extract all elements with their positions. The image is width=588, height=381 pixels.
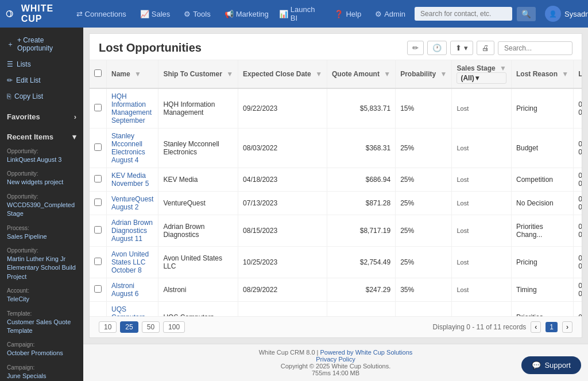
nav-tools[interactable]: ⚙ Tools	[178, 6, 216, 22]
col-quote-amount[interactable]: Quote Amount ▼	[327, 60, 396, 88]
launch-bi-btn[interactable]: 📊 Launch BI	[274, 3, 326, 25]
row-checkbox-4[interactable]	[94, 226, 102, 234]
row-checkbox-3[interactable]	[94, 199, 102, 206]
favorites-section[interactable]: Favorites ›	[0, 109, 83, 125]
display-records-text: Displaying 0 - 11 of 11 records	[433, 323, 527, 331]
sidebar-lists-btn[interactable]: ☰ Lists	[0, 56, 83, 72]
row-ship-to-0: HQH Information Management	[158, 88, 238, 129]
page-size-25[interactable]: 25	[120, 321, 138, 333]
recent-items-header[interactable]: Recent Items ▾	[0, 129, 83, 145]
row-name-3[interactable]: VentureQuest August 2	[107, 192, 158, 215]
row-checkbox-cell-2[interactable]	[90, 168, 107, 192]
name-filter-icon[interactable]: ▼	[134, 70, 141, 78]
page-size-50[interactable]: 50	[142, 321, 160, 333]
col-name[interactable]: Name ▼	[107, 60, 158, 88]
sales-stage-dropdown[interactable]: (All) ▾	[457, 72, 506, 84]
col-ship-to[interactable]: Ship To Customer ▼	[158, 60, 238, 88]
col-probability[interactable]: Probability ▼	[396, 60, 452, 88]
col-lost-reason[interactable]: Lost Reason ▼	[512, 60, 574, 88]
row-last-activity-1: 01/28/2025 01:54 PM	[574, 129, 582, 168]
row-checkbox-cell-7[interactable]	[90, 302, 107, 317]
row-checkbox-cell-0[interactable]	[90, 88, 107, 129]
row-checkbox-cell-4[interactable]	[90, 215, 107, 247]
support-button[interactable]: 💬 Support	[521, 356, 581, 374]
select-all-checkbox-cell[interactable]	[90, 60, 107, 88]
lost-reason-filter-icon[interactable]: ▼	[562, 70, 568, 78]
sales-stage-filter-icon[interactable]: ▼	[500, 64, 506, 72]
row-checkbox-0[interactable]	[94, 104, 102, 111]
privacy-policy-link[interactable]: Privacy Policy	[316, 356, 355, 363]
connections-icon: ⇄	[76, 10, 83, 18]
nav-sales[interactable]: 📈 Sales	[134, 6, 176, 22]
page-size-100[interactable]: 100	[163, 321, 185, 333]
global-search-button[interactable]: 🔍	[517, 7, 536, 21]
row-name-4[interactable]: Adrian Brown Diagnostics August 11	[107, 215, 158, 247]
admin-btn[interactable]: ⚙ Admin	[370, 7, 410, 21]
history-btn[interactable]: 🕐	[427, 41, 447, 55]
row-lost-reason-1: Budget	[512, 129, 574, 168]
content-header: Lost Opportunities ✏ 🕐 ⬆ ▾ 🖨	[90, 34, 582, 60]
row-sales-stage-2: Lost	[452, 168, 512, 192]
sidebar-copy-list-btn[interactable]: ⎘ Copy List	[0, 88, 83, 104]
row-quote-amount-0: $5,833.71	[327, 88, 396, 129]
prev-page-btn[interactable]: ‹	[531, 321, 541, 333]
global-search-input[interactable]	[415, 7, 512, 21]
footer: White Cup CRM 8.0 | Powered by White Cup…	[83, 344, 588, 381]
probability-filter-icon[interactable]: ▼	[440, 70, 447, 78]
logo-area[interactable]: WHITE CUP	[6, 3, 59, 24]
row-checkbox-5[interactable]	[94, 258, 102, 265]
row-name-1[interactable]: Stanley Mcconnell Electronics August 4	[107, 129, 158, 168]
row-lost-reason-4: Priorities Chang...	[512, 215, 574, 247]
create-opportunity-btn[interactable]: ＋ + Create Opportunity	[0, 32, 83, 56]
row-name-0[interactable]: HQH Information Management September	[107, 88, 158, 129]
nav-connections[interactable]: ⇄ Connections	[71, 6, 132, 22]
sidebar-edit-list-btn[interactable]: ✏ Edit List	[0, 72, 83, 88]
close-date-filter-icon[interactable]: ▼	[315, 70, 322, 78]
quote-amount-filter-icon[interactable]: ▼	[384, 70, 390, 78]
plus-icon: ＋	[7, 40, 14, 49]
list-icon: ☰	[7, 60, 13, 68]
row-ship-to-3: VentureQuest	[158, 192, 238, 215]
user-area[interactable]: 👤 Sysadmin 🔔 62	[540, 3, 588, 24]
row-probability-7: 35%	[396, 302, 452, 317]
row-quote-amount-5: $2,754.49	[327, 247, 396, 278]
table-row: VentureQuest August 2 VentureQuest 07/13…	[90, 192, 582, 215]
col-close-date[interactable]: Expected Close Date ▼	[238, 60, 327, 88]
page-size-10[interactable]: 10	[99, 321, 117, 333]
row-checkbox-cell-3[interactable]	[90, 192, 107, 215]
row-checkbox-1[interactable]	[94, 143, 102, 151]
col-last-activity[interactable]: Last Activity	[574, 60, 582, 88]
next-page-btn[interactable]: ›	[562, 321, 572, 333]
row-checkbox-cell-6[interactable]	[90, 278, 107, 302]
row-name-5[interactable]: Avon United States LLC October 8	[107, 247, 158, 278]
print-btn[interactable]: 🖨	[477, 41, 494, 55]
page-title: Lost Opportunities	[99, 41, 202, 55]
table-search-input[interactable]	[498, 41, 572, 55]
edit-view-btn[interactable]: ✏	[407, 41, 424, 55]
row-checkbox-cell-1[interactable]	[90, 129, 107, 168]
row-name-6[interactable]: Alstroni August 6	[107, 278, 158, 302]
nav-marketing[interactable]: 📢 Marketing	[219, 6, 274, 22]
nav-items: ⇄ Connections 📈 Sales ⚙ Tools 📢 Marketin…	[71, 6, 274, 22]
col-sales-stage[interactable]: Sales Stage ▼ (All) ▾	[452, 60, 512, 88]
row-probability-3: 25%	[396, 192, 452, 215]
logo-icon	[6, 8, 17, 20]
row-checkbox-2[interactable]	[94, 175, 102, 182]
powered-by-link[interactable]: Powered by White Cup Solutions	[320, 349, 412, 356]
edit-icon: ✏	[7, 76, 13, 84]
export-btn[interactable]: ⬆ ▾	[450, 41, 473, 55]
recent-item-4: Opportunity: Martin Luther King Jr Eleme…	[0, 244, 83, 284]
app-name: WHITE CUP	[21, 3, 59, 24]
select-all-checkbox[interactable]	[94, 69, 102, 77]
row-checkbox-cell-5[interactable]	[90, 247, 107, 278]
ship-to-filter-icon[interactable]: ▼	[226, 70, 233, 78]
sales-icon: 📈	[140, 10, 149, 18]
row-name-2[interactable]: KEV Media November 5	[107, 168, 158, 192]
row-checkbox-6[interactable]	[94, 285, 102, 293]
row-last-activity-0: 01/28/2025 01:54 PM	[574, 88, 582, 129]
table-container: Name ▼ Ship To Customer ▼ Expected Close…	[90, 60, 582, 316]
recent-item-6: Template: Customer Sales Quote Template	[0, 307, 83, 339]
table-row: Stanley Mcconnell Electronics August 4 S…	[90, 129, 582, 168]
help-btn[interactable]: ❓ Help	[330, 7, 366, 21]
row-name-7[interactable]: UQS Computers - 110763 September9	[107, 302, 158, 317]
